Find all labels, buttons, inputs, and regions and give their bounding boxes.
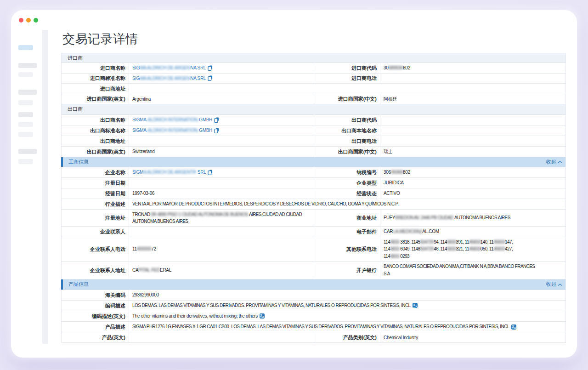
sidebar-item-skeleton[interactable]	[18, 90, 37, 95]
value-text: CAR	[384, 228, 393, 235]
field-value: CAPITAL FEDERAL	[129, 262, 314, 279]
company-link[interactable]: SIGMA ALDRICH DE ARGENTINA SRL	[132, 169, 206, 176]
copy-icon[interactable]	[214, 128, 219, 133]
value-text: AIRES,CIUDAD AD CIUDAD	[248, 211, 302, 218]
field-label: 注册地址	[62, 210, 129, 226]
sidebar-item-skeleton[interactable]	[18, 122, 33, 127]
company-link[interactable]: SIGMA ALDRICH DE ARGENTINA SRL	[132, 64, 206, 72]
field-value: SIGMA ALDRICH DE ARGENTINA SRL	[129, 167, 314, 177]
value-text: BANCO COMAFI SOCIEDAD ANONIMA,CITIBANK N…	[384, 263, 535, 270]
copy-icon[interactable]	[208, 170, 213, 175]
copy-icon[interactable]	[208, 65, 213, 71]
close-window-dot[interactable]	[19, 18, 23, 23]
table-row: 企业联系人地址CAPITAL FEDERAL开户银行BANCO COMAFI S…	[62, 262, 565, 279]
table-row: 进口商国家(英文)Argentina进口商国家(中文)阿根廷	[62, 94, 565, 105]
table-row: 出口商国家(英文)Switzerland出口商国家(中文)瑞士	[62, 147, 565, 157]
section-title: 工商信息	[68, 159, 89, 165]
table-row: 企业名称SIGMA ALDRICH DE ARGENTINA SRL纳税编号30…	[62, 167, 565, 178]
value-text: The other vitamins and their derivatives…	[132, 313, 258, 320]
sidebar-item-skeleton[interactable]	[18, 112, 33, 117]
collapse-button[interactable]: 收起	[546, 159, 562, 165]
window-controls	[19, 18, 38, 23]
redacted-text: 45833	[493, 239, 505, 246]
value-text: 30	[384, 64, 389, 72]
redacted-text: 99368	[391, 169, 403, 176]
field-label: 进口商国家(中文)	[314, 94, 380, 104]
minimize-window-dot[interactable]	[26, 18, 31, 23]
sidebar-item-skeleton[interactable]	[18, 132, 33, 137]
field-label: 进口商名称	[62, 63, 129, 73]
sidebar-item-active-skeleton[interactable]	[18, 45, 33, 50]
value-text: SIGMA PHR1276 1G ENVASES X 1 GR CA01-CB0…	[132, 323, 509, 330]
redacted-text: LA.MEDICI06@GM	[393, 228, 422, 235]
value-text: 802	[403, 169, 410, 176]
field-label: 纳税编号	[314, 167, 380, 177]
field-label: 开户银行	[314, 262, 380, 279]
field-value	[380, 115, 565, 125]
table-row: 出口商标准名称SIGMA-ALDRICH INTERNATIONAL GMBH出…	[62, 125, 565, 136]
value-text: 29362990000	[132, 291, 159, 299]
field-value	[380, 125, 565, 136]
table-row: 编码描述LOS DEMAS. LAS DEMAS VITAMINAS Y SUS…	[62, 301, 565, 311]
field-value: 1145833 3818, 114583472994, 1145833391, …	[380, 237, 565, 261]
table-row: 出口商地址出口商电话	[62, 136, 565, 147]
copy-icon[interactable]	[208, 75, 213, 81]
chevron-up-icon	[558, 160, 562, 164]
redacted-text: 5833	[390, 239, 399, 246]
maximize-window-dot[interactable]	[34, 18, 38, 23]
field-value	[129, 136, 314, 146]
field-label: 编码描述	[62, 301, 129, 311]
value-text: 6049, 1148	[399, 245, 420, 253]
value-text: ERAL	[160, 267, 171, 274]
field-label: 产品描述	[62, 322, 129, 332]
value-text: TRONAD	[132, 211, 150, 218]
field-value	[129, 332, 314, 342]
value-text: 114	[384, 239, 390, 246]
sidebar-item-skeleton[interactable]	[18, 100, 33, 105]
value-text: AL.COM	[422, 228, 439, 235]
field-value: 1145555572	[129, 237, 314, 261]
section-header-product-info: 产品信息收起	[62, 279, 565, 290]
sidebar-item-skeleton[interactable]	[18, 159, 33, 164]
table-row: 注册日期企业类型JURIDICA	[62, 178, 565, 188]
sidebar-item-skeleton[interactable]	[18, 72, 33, 77]
field-label: 进口商国家(英文)	[62, 94, 129, 104]
translate-icon[interactable]: 文A	[413, 303, 418, 308]
field-label: 出口商标准名称	[62, 125, 129, 136]
value-text: Switzerland	[132, 148, 154, 155]
redacted-text: -ALDRICH INTERNATIONAL	[147, 127, 198, 134]
field-label: 注册日期	[62, 178, 129, 188]
table-row: 经营日期1997-03-06经营状态ACTIVO	[62, 188, 565, 199]
field-label: 企业类型	[314, 178, 380, 188]
value-text: LOS DEMAS. LAS DEMAS VITAMINAS Y SUS DER…	[132, 302, 411, 309]
collapse-button[interactable]: 收起	[546, 281, 562, 288]
company-link[interactable]: SIGMA-ALDRICH INTERNATIONAL GMBH	[132, 127, 212, 134]
field-value: CARLA.MEDICI06@GMAL.COM	[380, 227, 565, 237]
field-value: The other vitamins and their derivatives…	[129, 311, 565, 321]
value-text: 阿根廷	[384, 96, 397, 103]
redacted-text: 834729	[420, 245, 434, 253]
copy-icon[interactable]	[214, 117, 219, 123]
translate-icon[interactable]: 文A	[260, 313, 265, 319]
value-text: AUTONOMA BUENOS AIRES	[453, 214, 510, 222]
table-row: 进口商地址	[62, 84, 565, 94]
field-value: PUEYRREDON AV. 2446 PB CIUDAD DE AUTONOM…	[380, 210, 565, 226]
field-value: 30699368802	[380, 167, 565, 177]
section-header-business-info: 工商信息收起	[62, 157, 565, 168]
value-text: NA SRL	[190, 65, 206, 70]
sidebar-item-skeleton[interactable]	[18, 149, 37, 154]
field-value: SIGMA-ALDRICH INTERNATIONAL GMBH	[129, 115, 314, 125]
sidebar-item-skeleton[interactable]	[18, 63, 37, 68]
section-title: 产品信息	[68, 281, 89, 288]
field-label: 电子邮件	[314, 227, 380, 237]
table-row: 进口商标准名称SIGMA ALDRICH DE ARGENTINA SRL进口商…	[62, 74, 565, 84]
field-label: 进口商电话	[314, 74, 380, 84]
value-text: Chemical Industry	[384, 334, 418, 342]
field-label: 进口商代码	[314, 63, 380, 73]
translate-icon[interactable]: 文A	[511, 324, 516, 330]
field-value: Chemical Industry	[380, 332, 565, 342]
company-link[interactable]: SIGMA-ALDRICH INTERNATIONAL GMBH	[132, 116, 212, 124]
field-value: BANCO COMAFI SOCIEDAD ANONIMA,CITIBANK N…	[380, 262, 565, 279]
field-label: 出口商电话	[314, 136, 380, 146]
company-link[interactable]: SIGMA ALDRICH DE ARGENTINA SRL	[132, 75, 206, 82]
